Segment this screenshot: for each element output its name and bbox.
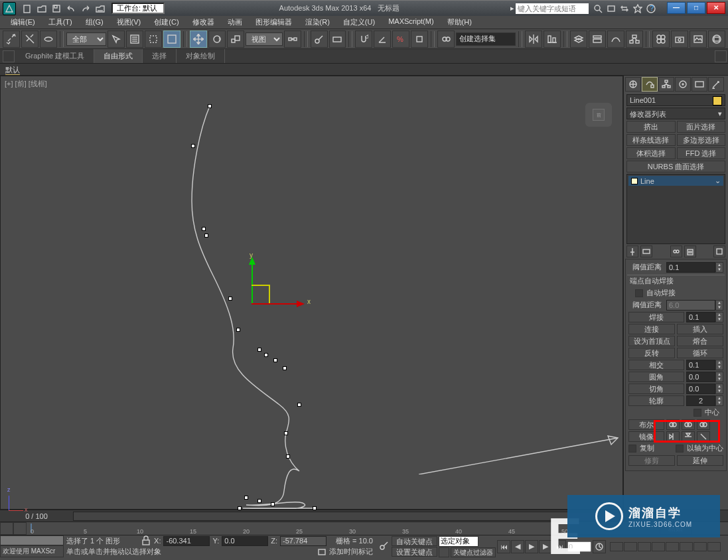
fillet-spinner[interactable] (686, 372, 715, 382)
selmod-volsel[interactable]: 体积选择 (626, 147, 676, 159)
keyfilter-button[interactable]: 关键点过滤器 (451, 547, 496, 557)
window-close-button[interactable]: ✕ (707, 2, 725, 14)
edit-selset-icon[interactable] (437, 31, 455, 48)
viewport[interactable]: [+] [前] [线框] 前 y x z x (0, 76, 623, 510)
vertex[interactable] (191, 144, 195, 148)
trackbar-btn2[interactable] (13, 522, 27, 535)
window-crossing-icon[interactable] (163, 31, 181, 48)
menu-tools[interactable]: 工具(T) (42, 16, 79, 29)
cycle-button[interactable]: 循环 (677, 348, 723, 358)
selmod-polysel[interactable]: 多边形选择 (677, 134, 726, 146)
autoweld-checkbox[interactable] (635, 289, 643, 297)
weld-button[interactable]: 焊接 (628, 312, 684, 322)
ribbon-min-icon[interactable] (3, 50, 15, 62)
keymode-dropdown[interactable] (439, 536, 478, 547)
spinner-snap-icon[interactable] (411, 31, 428, 48)
vertex[interactable] (244, 496, 248, 500)
current-frame-field[interactable] (567, 541, 591, 552)
vertex[interactable] (264, 353, 268, 357)
render-setup-icon[interactable] (671, 31, 688, 48)
manipulate-icon[interactable] (311, 31, 328, 48)
graphite-ribbon-icon[interactable] (589, 31, 606, 48)
vertex[interactable] (286, 455, 290, 458)
menu-create[interactable]: 创建(C) (147, 16, 185, 29)
percent-snap-icon[interactable]: % (392, 31, 409, 48)
mirror-both-icon[interactable] (697, 431, 710, 442)
selmod-extrude[interactable]: 挤出 (626, 121, 676, 133)
utilities-tab-icon[interactable] (708, 77, 724, 92)
menu-customize[interactable]: 自定义(U) (336, 16, 382, 29)
layer-manager-icon[interactable] (570, 31, 587, 48)
orbit-icon[interactable] (693, 542, 707, 551)
pan-icon[interactable] (680, 542, 693, 551)
menu-grapheditors[interactable]: 图形编辑器 (249, 16, 299, 29)
selmod-patchsel[interactable]: 面片选择 (677, 121, 726, 133)
y-coordinate-field[interactable] (222, 536, 268, 546)
selection-filter-dropdown[interactable]: 全部 (66, 33, 106, 46)
stack-configure-icon[interactable] (713, 245, 725, 257)
menu-view[interactable]: 视图(V) (110, 16, 148, 29)
menu-maxscript[interactable]: MAXScript(M) (382, 16, 440, 29)
object-name-field[interactable]: Line001 (626, 94, 725, 106)
outline-button[interactable]: 轮廓 (628, 395, 684, 406)
zoom-extents-all-icon[interactable] (652, 542, 665, 551)
vertex[interactable] (208, 104, 212, 108)
exchange-icon[interactable] (619, 3, 630, 14)
maxscript-mini-listener[interactable] (0, 535, 64, 545)
chamfer-button[interactable]: 切角 (628, 384, 684, 394)
workspace-dropdown[interactable] (111, 3, 165, 14)
unlink-icon[interactable] (21, 31, 38, 48)
vertex[interactable] (313, 506, 317, 510)
time-tag-icon[interactable] (317, 547, 327, 557)
hierarchy-tab-icon[interactable] (658, 77, 674, 92)
key-icon[interactable] (378, 541, 390, 553)
render-production-icon[interactable] (708, 31, 725, 48)
snap-toggle-icon[interactable]: 3 (355, 31, 372, 48)
schematic-view-icon[interactable] (626, 31, 643, 48)
keyboard-shortcut-icon[interactable] (329, 31, 346, 48)
modifier-stack[interactable]: Line⌄ (626, 174, 725, 244)
selmod-ffdsel[interactable]: FFD 选择 (677, 147, 726, 159)
copy-checkbox[interactable] (628, 445, 636, 453)
rendered-frame-icon[interactable] (690, 31, 707, 48)
trackbar-btn1[interactable] (0, 522, 13, 535)
selmod-nurbs[interactable]: NURBS 曲面选择 (626, 161, 725, 173)
vertex[interactable] (297, 403, 301, 407)
viewport-label[interactable]: [+] [前] [线框] (5, 79, 47, 89)
setkey-button[interactable]: 设置关键点 (392, 547, 437, 557)
qat-new-icon[interactable] (21, 2, 34, 15)
display-tab-icon[interactable] (692, 77, 707, 92)
select-object-icon[interactable] (108, 31, 125, 48)
vertex[interactable] (238, 506, 242, 510)
motion-tab-icon[interactable] (675, 77, 691, 92)
qat-undo-icon[interactable] (64, 2, 78, 15)
selmod-splinesel[interactable]: 样条线选择 (626, 134, 676, 146)
search-input[interactable] (516, 3, 589, 14)
vertex[interactable] (228, 297, 232, 301)
reverse-button[interactable]: 反转 (628, 348, 675, 358)
modify-tab-icon[interactable] (642, 77, 658, 92)
window-minimize-button[interactable]: — (667, 2, 686, 14)
trim-button[interactable]: 修剪 (628, 455, 675, 466)
search-chevron-icon[interactable]: ▸ (510, 4, 514, 13)
time-track[interactable] (73, 512, 623, 521)
mirror-h-icon[interactable] (666, 431, 680, 442)
create-tab-icon[interactable] (625, 77, 641, 92)
refcoord-dropdown[interactable]: 视图 (246, 33, 283, 46)
ribbon-tab-graphite[interactable]: Graphite 建模工具 (16, 49, 94, 63)
fov-icon[interactable] (666, 542, 679, 551)
select-by-name-icon[interactable] (126, 31, 143, 48)
stack-item-line[interactable]: Line⌄ (628, 176, 723, 186)
qat-open-icon[interactable] (35, 2, 48, 15)
add-time-tag[interactable]: 添加时间标记 (329, 547, 373, 557)
stack-remove-icon[interactable] (684, 245, 696, 257)
axiscenter-checkbox[interactable] (676, 445, 684, 453)
bind-spacewarp-icon[interactable] (40, 31, 57, 48)
menu-rendering[interactable]: 渲染(R) (299, 16, 336, 29)
menu-animation[interactable]: 动画 (221, 16, 249, 29)
vertex[interactable] (271, 502, 275, 506)
link-icon[interactable] (3, 31, 20, 48)
stack-show-icon[interactable] (640, 245, 652, 257)
mirror-button[interactable]: 镜像 (628, 431, 664, 442)
outline-spinner[interactable] (686, 395, 715, 406)
